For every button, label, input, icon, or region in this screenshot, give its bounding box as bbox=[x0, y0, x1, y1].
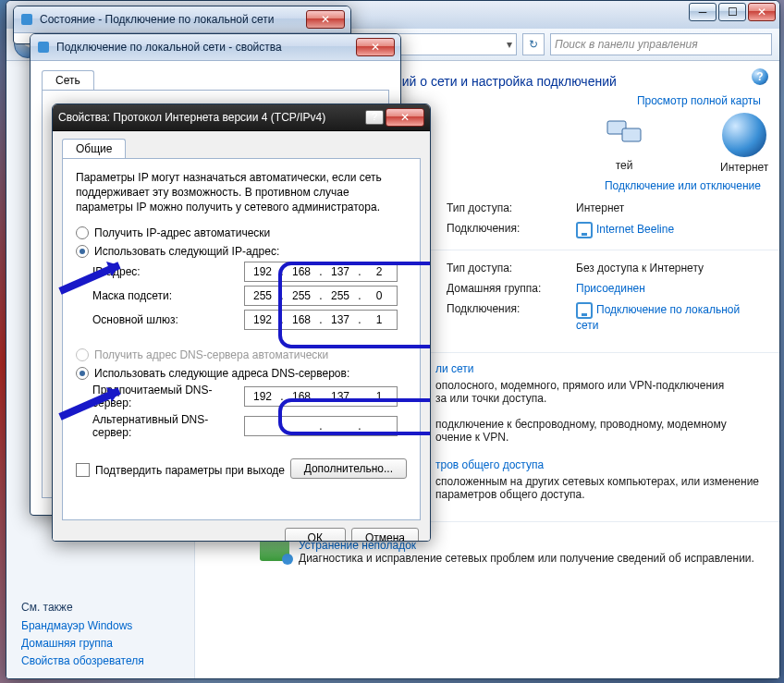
subnet-mask-input[interactable]: ... bbox=[244, 286, 398, 306]
ipv4-dialog-title: Свойства: Протокол Интернета версии 4 (T… bbox=[58, 111, 365, 124]
network-devices-icon bbox=[602, 116, 646, 156]
ip-address-label: IP-адрес: bbox=[92, 265, 244, 278]
svg-rect-1 bbox=[622, 128, 641, 141]
sidebar-link-firewall[interactable]: Брандмауэр Windows bbox=[21, 619, 144, 632]
connections-label: Подключения: bbox=[447, 222, 576, 238]
cancel-button[interactable]: Отмена bbox=[351, 528, 419, 542]
radio-auto-ip[interactable]: Получить IP-адрес автоматически bbox=[76, 226, 407, 239]
close-button[interactable]: ✕ bbox=[306, 10, 345, 29]
svg-rect-3 bbox=[38, 42, 49, 53]
sidebar-link-inetopts[interactable]: Свойства обозревателя bbox=[21, 654, 144, 667]
network-setup-link[interactable]: ли сети bbox=[435, 360, 761, 379]
network-setup-desc: ополосного, модемного, прямого или VPN-п… bbox=[435, 379, 761, 405]
sharing-params-link[interactable]: тров общего доступа bbox=[435, 457, 761, 475]
radio-manual-dns[interactable]: Использовать следующие адреса DNS-сервер… bbox=[76, 367, 407, 380]
dns2-label: Альтернативный DNS-сервер: bbox=[92, 413, 244, 439]
ok-button[interactable]: ОК bbox=[285, 528, 346, 542]
intro-text: Параметры IP могут назначаться автоматич… bbox=[76, 170, 407, 215]
validate-checkbox[interactable]: Подтвердить параметры при выходе bbox=[76, 463, 285, 477]
globe-icon bbox=[722, 113, 766, 157]
network-icon-box: тей bbox=[602, 116, 646, 172]
gateway-label: Основной шлюз: bbox=[92, 313, 244, 326]
network-icon-label: тей bbox=[602, 159, 646, 172]
general-panel: Параметры IP могут назначаться автоматич… bbox=[62, 158, 421, 520]
plug-icon bbox=[576, 222, 593, 238]
sharing-desc: сположенным на других сетевых компьютера… bbox=[435, 475, 761, 501]
maximize-button[interactable]: ☐ bbox=[718, 3, 746, 21]
radio-auto-dns: Получить адрес DNS-сервера автоматически bbox=[76, 348, 407, 361]
help-icon[interactable]: ? bbox=[752, 68, 768, 85]
dns1-label: Предпочитаемый DNS-сервер: bbox=[92, 384, 244, 409]
homegroup-label: Домашняя группа: bbox=[447, 282, 576, 295]
access-type-value-2: Без доступа к Интернету bbox=[576, 262, 761, 274]
connections-label-2: Подключения: bbox=[447, 302, 576, 332]
tab-network[interactable]: Сеть bbox=[42, 70, 94, 90]
dns2-input[interactable]: ... bbox=[244, 416, 398, 436]
sidebar-link-homegroup[interactable]: Домашняя группа bbox=[21, 637, 144, 650]
vpn-desc: подключение к беспроводному, проводному,… bbox=[435, 418, 761, 444]
internet-icon-box: Интернет bbox=[720, 113, 768, 174]
plug-icon bbox=[576, 302, 593, 319]
status-window-title: Состояние - Подключение по локальной сет… bbox=[40, 13, 306, 26]
connection-link-lan[interactable]: Подключение по локальной сети bbox=[576, 302, 761, 332]
close-button[interactable]: ✕ bbox=[748, 3, 776, 21]
access-type-label: Тип доступа: bbox=[447, 201, 576, 214]
see-also-heading: См. также bbox=[21, 601, 144, 614]
network-icon bbox=[36, 40, 51, 55]
homegroup-link[interactable]: Присоединен bbox=[576, 282, 761, 295]
search-input[interactable]: Поиск в панели управления bbox=[550, 33, 772, 55]
gateway-input[interactable]: ... bbox=[244, 310, 398, 330]
troubleshoot-desc: Диагностика и исправление сетевых пробле… bbox=[299, 552, 754, 565]
troubleshoot-icon bbox=[260, 539, 289, 561]
ipv4-properties-dialog: Свойства: Протокол Интернета версии 4 (T… bbox=[52, 104, 431, 542]
svg-rect-2 bbox=[21, 14, 32, 25]
ip-address-input[interactable]: ... bbox=[244, 262, 398, 282]
dns1-input[interactable]: ... bbox=[244, 386, 398, 407]
close-button[interactable]: ✕ bbox=[356, 38, 395, 56]
minimize-button[interactable]: ─ bbox=[689, 3, 717, 21]
access-type-value: Интернет bbox=[576, 201, 761, 214]
advanced-button[interactable]: Дополнительно... bbox=[290, 458, 407, 479]
radio-manual-ip[interactable]: Использовать следующий IP-адрес: bbox=[76, 245, 407, 258]
network-icon bbox=[19, 12, 34, 27]
connect-disconnect-link[interactable]: Подключение или отключение bbox=[605, 179, 761, 192]
connection-link-beeline[interactable]: Internet Beeline bbox=[576, 222, 761, 238]
internet-label: Интернет bbox=[720, 161, 768, 174]
properties-window-title: Подключение по локальной сети - свойства bbox=[56, 41, 356, 54]
tab-general[interactable]: Общие bbox=[62, 139, 126, 158]
full-map-link[interactable]: Просмотр полной карты bbox=[637, 94, 761, 107]
help-button[interactable]: ? bbox=[365, 110, 384, 125]
subnet-mask-label: Маска подсети: bbox=[92, 289, 244, 302]
close-button[interactable]: ✕ bbox=[386, 108, 424, 127]
access-type-label-2: Тип доступа: bbox=[447, 262, 576, 274]
refresh-button[interactable]: ↻ bbox=[522, 33, 545, 55]
